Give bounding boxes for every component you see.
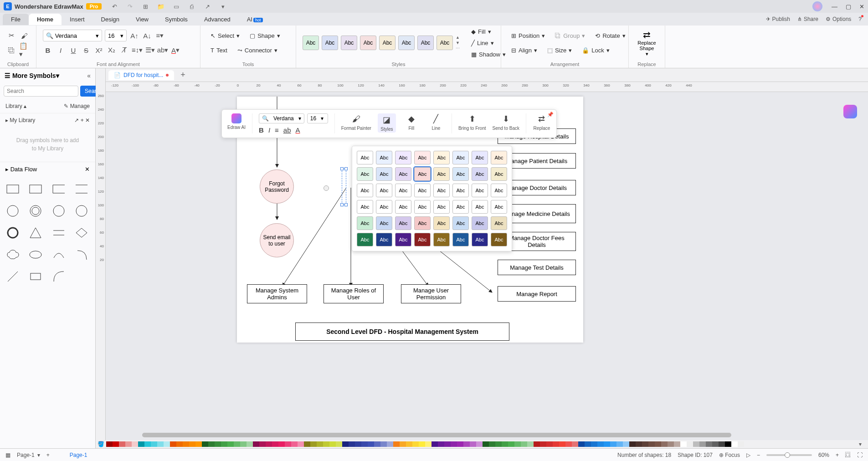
gallery-up-icon[interactable]: ▲ bbox=[456, 35, 463, 40]
color-swatch[interactable] bbox=[591, 441, 597, 447]
qat-dropdown-icon[interactable]: ▾ bbox=[219, 3, 226, 10]
rotate-dropdown[interactable]: ⟲ Rotate ▾ bbox=[591, 31, 629, 41]
color-swatch[interactable] bbox=[278, 441, 285, 447]
color-swatch[interactable] bbox=[680, 441, 687, 447]
view-toggle-icon[interactable]: ▦ bbox=[5, 452, 10, 458]
position-dropdown[interactable]: ⊞ Position ▾ bbox=[508, 31, 549, 41]
style-swatch[interactable]: Abc bbox=[379, 36, 395, 50]
color-swatch[interactable] bbox=[336, 441, 342, 447]
shape-cloud[interactable] bbox=[4, 246, 22, 264]
style-swatch[interactable]: Abc bbox=[433, 233, 450, 246]
color-swatch[interactable] bbox=[132, 441, 138, 447]
close-dataflow-icon[interactable]: ✕ bbox=[85, 166, 90, 173]
fullscreen-icon[interactable]: ⛶ bbox=[857, 452, 863, 458]
document-tab[interactable]: 📄 DFD for hospit... bbox=[108, 70, 174, 80]
node-manage-perm[interactable]: Manage User Permission bbox=[401, 284, 461, 303]
style-swatch[interactable]: Abc bbox=[398, 36, 415, 50]
color-swatch[interactable] bbox=[495, 441, 502, 447]
paint-bucket-icon[interactable]: 🪣 bbox=[98, 441, 104, 447]
color-swatch[interactable] bbox=[323, 441, 329, 447]
align-dropdown[interactable]: ⊟ Align ▾ bbox=[508, 45, 541, 56]
color-swatch[interactable] bbox=[693, 441, 699, 447]
close-lib-icon[interactable]: ✕ bbox=[85, 117, 90, 123]
style-swatch[interactable]: Abc bbox=[395, 151, 411, 164]
color-swatch[interactable] bbox=[170, 441, 176, 447]
node-title[interactable]: Second Level DFD - Hospital Management S… bbox=[295, 323, 509, 341]
color-swatch[interactable] bbox=[202, 441, 208, 447]
color-swatch[interactable] bbox=[113, 441, 119, 447]
maximize-button[interactable]: ▢ bbox=[846, 3, 851, 10]
color-swatch[interactable] bbox=[534, 441, 540, 447]
tab-insert[interactable]: Insert bbox=[62, 14, 93, 25]
shape-rect2[interactable] bbox=[26, 180, 45, 198]
color-swatch[interactable] bbox=[144, 441, 151, 447]
color-swatch[interactable] bbox=[476, 441, 483, 447]
color-swatch[interactable] bbox=[444, 441, 451, 447]
style-swatch[interactable]: Abc bbox=[472, 233, 488, 246]
color-swatch[interactable] bbox=[387, 441, 393, 447]
help-icon[interactable]: ? bbox=[858, 16, 862, 22]
add-lib-icon[interactable]: + bbox=[81, 117, 84, 123]
clear-format-icon[interactable]: T̸ bbox=[119, 45, 129, 55]
share-link[interactable]: ⋔ Share bbox=[797, 16, 818, 22]
color-swatch[interactable] bbox=[508, 441, 514, 447]
color-swatch[interactable] bbox=[317, 441, 323, 447]
color-swatch[interactable] bbox=[431, 441, 438, 447]
color-swatch[interactable] bbox=[329, 441, 336, 447]
style-swatch[interactable]: Abc bbox=[472, 216, 488, 230]
style-swatch[interactable]: Abc bbox=[491, 184, 507, 197]
color-swatch[interactable] bbox=[240, 441, 247, 447]
color-swatch[interactable] bbox=[527, 441, 534, 447]
color-swatch[interactable] bbox=[157, 441, 164, 447]
style-swatch[interactable]: Abc bbox=[414, 167, 431, 181]
color-swatch[interactable] bbox=[106, 441, 113, 447]
color-swatch[interactable] bbox=[719, 441, 725, 447]
tab-view[interactable]: View bbox=[128, 14, 157, 25]
ai-orb-icon[interactable] bbox=[843, 105, 857, 118]
style-swatch[interactable]: Abc bbox=[491, 233, 507, 246]
color-swatch[interactable] bbox=[642, 441, 648, 447]
fit-page-icon[interactable]: ⿴ bbox=[845, 452, 851, 458]
node-manage-roles[interactable]: Manage Roles of User bbox=[324, 284, 384, 303]
color-swatch[interactable] bbox=[272, 441, 278, 447]
font-color-icon[interactable]: A▾ bbox=[170, 45, 180, 55]
style-swatch[interactable]: Abc bbox=[395, 200, 411, 214]
color-swatch[interactable] bbox=[285, 441, 291, 447]
color-swatch[interactable] bbox=[380, 441, 387, 447]
color-swatch[interactable] bbox=[393, 441, 400, 447]
style-swatch[interactable]: Abc bbox=[376, 200, 392, 214]
options-link[interactable]: ⚙ Options bbox=[826, 16, 851, 22]
shape-lines[interactable] bbox=[50, 224, 68, 242]
publish-link[interactable]: ✈ Publish bbox=[766, 16, 790, 22]
gallery-down-icon[interactable]: ▼ bbox=[456, 41, 463, 45]
style-swatch[interactable]: Abc bbox=[414, 216, 431, 230]
color-swatch[interactable] bbox=[738, 441, 744, 447]
color-swatch[interactable] bbox=[266, 441, 272, 447]
color-swatch[interactable] bbox=[661, 441, 668, 447]
export-icon[interactable]: ↗ bbox=[204, 3, 211, 10]
node-forgot-password[interactable]: Forgot Password bbox=[260, 169, 294, 204]
user-avatar[interactable] bbox=[812, 1, 822, 11]
style-swatch[interactable]: Abc bbox=[472, 184, 488, 197]
color-swatch[interactable] bbox=[138, 441, 144, 447]
text-tool[interactable]: T Text bbox=[207, 45, 231, 56]
color-swatch[interactable] bbox=[636, 441, 642, 447]
color-swatch[interactable] bbox=[483, 441, 489, 447]
edraw-ai-button[interactable]: Edraw AI bbox=[227, 113, 246, 130]
color-swatch[interactable] bbox=[731, 441, 738, 447]
float-italic-icon[interactable]: I bbox=[268, 126, 270, 134]
color-swatch[interactable] bbox=[489, 441, 495, 447]
float-align-icon[interactable]: ≡ bbox=[275, 126, 279, 134]
tab-ai[interactable]: AIhot bbox=[239, 14, 271, 25]
color-swatch[interactable] bbox=[470, 441, 476, 447]
style-swatch[interactable]: Abc bbox=[414, 184, 431, 197]
style-swatch[interactable]: Abc bbox=[360, 36, 376, 50]
color-swatch[interactable] bbox=[502, 441, 508, 447]
shape-arc1[interactable] bbox=[50, 246, 68, 264]
fontsize-select[interactable]: 16▾ bbox=[105, 30, 127, 41]
color-swatch[interactable] bbox=[463, 441, 470, 447]
undo-icon[interactable]: ↶ bbox=[111, 3, 118, 10]
lock-dropdown[interactable]: 🔒 Lock ▾ bbox=[578, 45, 613, 56]
selection-handles[interactable] bbox=[342, 169, 346, 205]
node-manage-test[interactable]: Manage Test Details bbox=[498, 260, 576, 275]
